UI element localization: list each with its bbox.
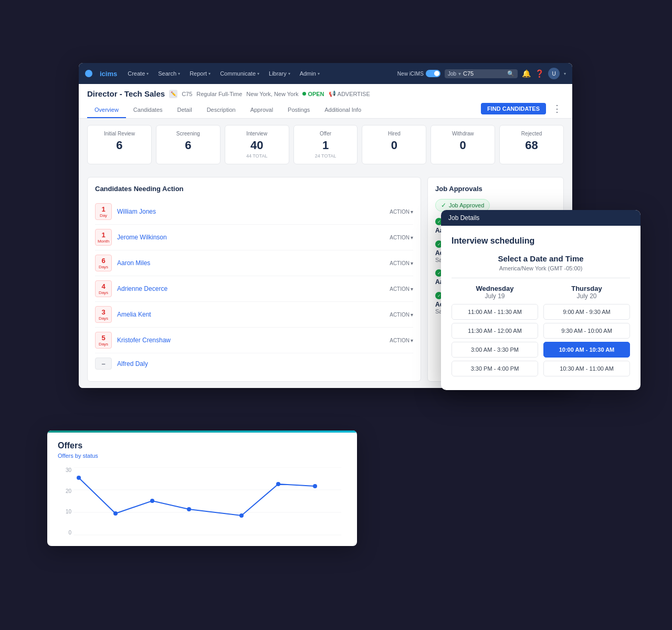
action-dropdown[interactable]: ACTION ▾ (390, 235, 413, 240)
stat-screening[interactable]: Screening 6 (156, 125, 220, 164)
svg-point-8 (239, 513, 244, 518)
stat-label: Withdraw (438, 131, 487, 136)
day-badge: 5 Days (95, 332, 112, 349)
caret-icon: ▾ (146, 71, 149, 76)
nav-create[interactable]: Create ▾ (123, 68, 153, 79)
day-column-wednesday: Wednesday July 19 11:00 AM - 11:30 AM 11… (452, 285, 538, 380)
nav-menu: Create ▾ Search ▾ Report ▾ Communicate ▾… (123, 68, 324, 79)
y-label: 0 (58, 530, 74, 536)
stat-interview[interactable]: Interview 40 44 TOTAL (225, 125, 289, 164)
tab-overview[interactable]: Overview (87, 102, 126, 118)
search-type-dropdown[interactable]: Job (448, 71, 456, 77)
new-icims-toggle[interactable]: New iCIMS (397, 70, 440, 77)
avatar-caret-icon[interactable]: ▾ (564, 71, 566, 76)
stat-rejected[interactable]: Rejected 68 (499, 125, 564, 164)
search-input[interactable] (463, 70, 505, 77)
y-label: 20 (58, 488, 74, 494)
stat-label: Rejected (507, 131, 556, 136)
more-options-icon[interactable]: ⋮ (550, 103, 564, 114)
nav-admin[interactable]: Admin ▾ (296, 68, 324, 79)
search-icon[interactable]: 🔍 (507, 70, 514, 77)
caret-icon: ▾ (411, 312, 413, 318)
action-dropdown[interactable]: ACTION ▾ (390, 338, 413, 343)
svg-point-5 (113, 511, 118, 516)
select-date-time-label: Select a Date and Time (452, 254, 630, 263)
candidate-name[interactable]: Aaron Miles (117, 259, 384, 267)
nav-right: New iCIMS Job ▾ 🔍 🔔 ❓ U ▾ (397, 68, 566, 79)
candidate-row: 1 Month Jerome Wilkinson ACTION ▾ (95, 225, 413, 250)
user-avatar[interactable]: U (548, 68, 560, 79)
candidate-row: – Alfred Daly (95, 353, 413, 374)
day-badge: – (95, 358, 112, 370)
nav-search[interactable]: Search ▾ (154, 68, 184, 79)
svg-point-9 (276, 482, 280, 486)
day-badge: 1 Month (95, 229, 112, 246)
advertise-button[interactable]: 📢 ADVERTISE (329, 90, 370, 97)
stat-offer[interactable]: Offer 1 24 TOTAL (293, 125, 358, 164)
time-slot[interactable]: 10:30 AM - 11:00 AM (543, 361, 630, 376)
stat-value: 40 (233, 139, 281, 152)
action-dropdown[interactable]: ACTION ▾ (390, 209, 413, 215)
time-slot[interactable]: 3:00 AM - 3:30 PM (452, 342, 538, 358)
time-slot[interactable]: 3:30 PM - 4:00 PM (452, 361, 538, 376)
time-slot[interactable]: 9:00 AM - 9:30 AM (543, 304, 630, 320)
help-icon[interactable]: ❓ (535, 69, 544, 78)
action-dropdown[interactable]: ACTION ▾ (390, 312, 413, 318)
global-search-bar[interactable]: Job ▾ 🔍 (445, 69, 518, 78)
megaphone-icon: 📢 (329, 90, 336, 97)
candidate-name[interactable]: William Jones (117, 208, 384, 215)
tab-description[interactable]: Description (200, 102, 243, 118)
stat-label: Initial Review (95, 131, 144, 136)
tab-postings[interactable]: Postings (280, 102, 317, 118)
tab-additional-info[interactable]: Additional Info (317, 102, 369, 118)
stat-label: Hired (370, 131, 418, 136)
stat-total: 24 TOTAL (301, 153, 350, 159)
find-candidates-button[interactable]: FIND CANDIDATES (481, 103, 546, 114)
nav-report[interactable]: Report ▾ (185, 68, 215, 79)
tabs-actions: FIND CANDIDATES ⋮ (481, 103, 564, 118)
stat-hired[interactable]: Hired 0 (362, 125, 426, 164)
time-slot[interactable]: 11:00 AM - 11:30 AM (452, 304, 538, 320)
tab-candidates[interactable]: Candidates (126, 102, 170, 118)
edit-icon[interactable]: ✏️ (169, 90, 177, 98)
caret-icon: ▾ (318, 71, 320, 76)
scheduling-body: Interview scheduling Select a Date and T… (441, 226, 640, 390)
job-location: New York, New York (246, 91, 298, 97)
day-columns: Wednesday July 19 11:00 AM - 11:30 AM 11… (452, 285, 630, 380)
nav-communicate[interactable]: Communicate ▾ (216, 68, 264, 79)
candidates-panel: Candidates Needing Action 1 Day William … (87, 177, 421, 382)
candidate-name[interactable]: Jerome Wilkinson (117, 234, 384, 241)
candidate-name[interactable]: Alfred Daly (117, 360, 413, 368)
time-slot[interactable]: 9:30 AM - 10:00 AM (543, 323, 630, 339)
time-slot[interactable]: 11:30 AM - 12:00 AM (452, 323, 538, 339)
stat-initial-review[interactable]: Initial Review 6 (87, 125, 152, 164)
notifications-icon[interactable]: 🔔 (522, 69, 531, 78)
nav-library[interactable]: Library ▾ (265, 68, 295, 79)
check-circle-icon: ✓ (441, 202, 446, 209)
candidate-name[interactable]: Adrienne Decerce (117, 285, 384, 292)
candidate-name[interactable]: Amelia Kent (117, 311, 384, 318)
top-navigation: icims Create ▾ Search ▾ Report ▾ Communi… (79, 63, 572, 84)
day-badge: 1 Day (95, 203, 112, 220)
stat-value: 68 (507, 139, 556, 152)
candidate-row: 4 Days Adrienne Decerce ACTION ▾ (95, 276, 413, 302)
tab-detail[interactable]: Detail (170, 102, 200, 118)
toggle-switch[interactable] (426, 70, 440, 77)
job-id: C75 (182, 91, 192, 97)
stat-value: 1 (301, 139, 350, 152)
svg-point-6 (150, 499, 154, 503)
caret-icon: ▾ (208, 71, 211, 76)
tab-approval[interactable]: Approval (243, 102, 280, 118)
y-label: 30 (58, 467, 74, 473)
candidates-panel-title: Candidates Needing Action (95, 185, 413, 193)
caret-icon: ▾ (411, 209, 413, 215)
stat-withdraw[interactable]: Withdraw 0 (430, 125, 495, 164)
time-slot-selected[interactable]: 10:00 AM - 10:30 AM (543, 342, 630, 358)
caret-icon: ▾ (411, 338, 413, 343)
action-dropdown[interactable]: ACTION ▾ (390, 260, 413, 266)
caret-icon: ▾ (288, 71, 290, 76)
candidate-name[interactable]: Kristofer Crenshaw (117, 337, 384, 344)
day-badge: 6 Days (95, 255, 112, 271)
action-dropdown[interactable]: ACTION ▾ (390, 286, 413, 292)
chart-svg (74, 467, 346, 536)
